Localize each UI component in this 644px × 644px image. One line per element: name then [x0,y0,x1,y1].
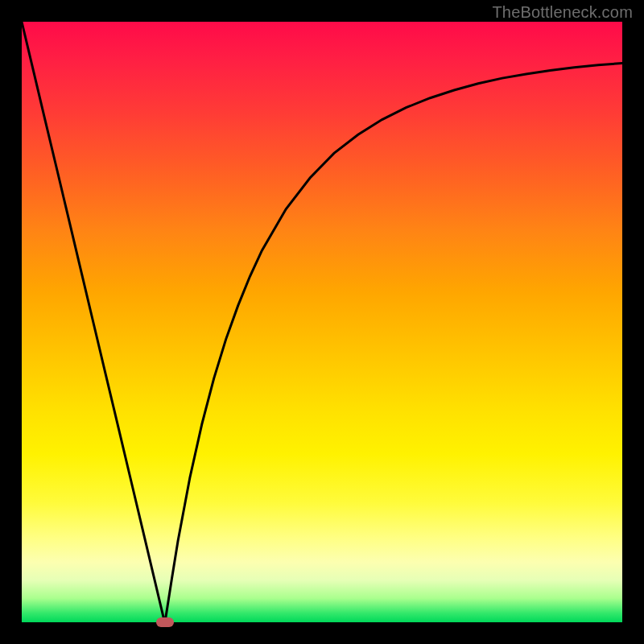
watermark-text: TheBottleneck.com [492,3,633,22]
chart-frame: TheBottleneck.com [0,0,644,644]
optimum-marker [156,617,174,627]
bottleneck-curve [22,22,622,622]
plot-area [22,22,622,622]
